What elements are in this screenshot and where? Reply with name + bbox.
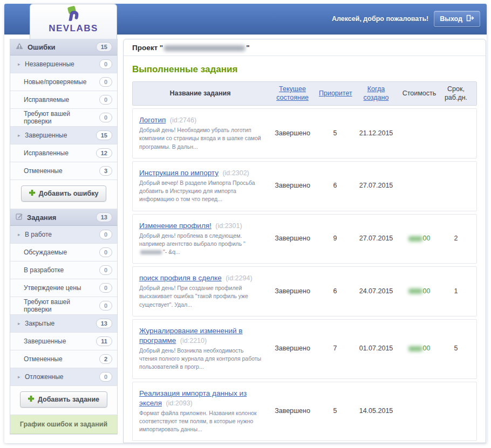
logout-button-label: Выход <box>440 15 462 23</box>
priority-cell: 9 <box>317 235 353 242</box>
sidebar-item[interactable]: Отмененные2 <box>10 350 117 368</box>
task-title-line: Изменение профиля! (id:2301) <box>139 220 262 230</box>
redacted-text <box>140 250 162 254</box>
column-header: Приоритет <box>317 88 353 99</box>
sidebar-section-errors[interactable]: Ошибки15 <box>10 39 117 56</box>
term-cell: 5 <box>439 344 473 352</box>
sidebar-item[interactable]: ▸Закрытые13 <box>10 315 117 333</box>
plus-icon <box>28 396 34 403</box>
tasks-icon <box>16 213 23 222</box>
status-cell: Завершено <box>268 287 317 295</box>
sidebar-item[interactable]: ▸Отложенные0 <box>10 368 117 386</box>
term-cell: 1 <box>439 287 473 295</box>
sidebar-item[interactable]: ▸Завершенные15 <box>10 127 117 144</box>
task-title-line: Журналирование изменений в программе (id… <box>139 326 262 345</box>
sidebar-item[interactable]: Утверждение цены0 <box>10 279 117 297</box>
sidebar-item-label: Отмененные <box>24 167 63 175</box>
sidebar-item-label: Отложенные <box>25 373 64 381</box>
task-id: (id:2301) <box>214 222 242 230</box>
main-panel: Проект "" Выполненные задания Название з… <box>123 39 486 443</box>
item-count-badge: 0 <box>99 283 112 293</box>
sort-link[interactable]: Приоритет <box>319 89 352 97</box>
date-created-cell: 14.05.2015 <box>353 407 399 415</box>
chevron-right-icon: ▸ <box>18 133 22 138</box>
sidebar-item[interactable]: Требуют вашей проверки0 <box>10 109 117 127</box>
sidebar-item-label: Новые/проверяемые <box>24 78 86 86</box>
sidebar-item[interactable]: Завершенные11 <box>10 333 117 350</box>
plus-icon <box>29 190 35 197</box>
sidebar-item-label: В работе <box>25 231 52 238</box>
status-cell: Завершено <box>268 407 317 415</box>
priority-cell: 7 <box>317 344 353 352</box>
sidebar-item[interactable]: Новые/проверяемые0 <box>10 73 117 91</box>
sidebar-item[interactable]: В разработке0 <box>10 261 117 279</box>
welcome-message: Алексей, добро пожаловать! <box>332 15 428 23</box>
task-id: (id:2302) <box>221 169 249 177</box>
sidebar-section-tasks[interactable]: Задания13 <box>10 209 117 226</box>
section-label: Задания <box>27 213 56 222</box>
sidebar-item[interactable]: Отмененные3 <box>10 162 117 180</box>
item-count-badge: 0 <box>99 265 112 275</box>
top-header-bar: NEVLABS Алексей, добро пожаловать! Выход <box>4 4 487 35</box>
add-button-label: Добавить ошибку <box>39 190 99 197</box>
item-count-badge: 2 <box>99 354 112 364</box>
priority-cell: 5 <box>317 129 353 137</box>
task-title-link[interactable]: Изменение профиля! <box>139 222 212 230</box>
sidebar-item[interactable]: Исправленные12 <box>10 144 117 162</box>
table-row: Инструкция по импорту (id:2302)Добрый ве… <box>132 161 477 211</box>
chevron-right-icon: ▸ <box>18 321 22 326</box>
sidebar-item-label: Незавершенные <box>25 60 74 68</box>
sidebar-item-label: Завершенные <box>24 337 66 345</box>
task-title-link[interactable]: Логотип <box>139 116 166 124</box>
add-error-button[interactable]: Добавить ошибку <box>21 185 107 202</box>
task-title-line: Логотип (id:2746) <box>139 115 262 125</box>
section-label: Ошибки <box>28 43 55 51</box>
nevlabs-logo-icon <box>64 6 83 24</box>
item-count-badge: 0 <box>99 59 112 69</box>
item-count-badge: 11 <box>96 336 112 346</box>
add-task-button[interactable]: Добавить задание <box>20 391 107 408</box>
sidebar-item[interactable]: ▸Незавершенные0 <box>10 56 117 73</box>
chevron-right-icon: ▸ <box>18 374 22 380</box>
status-cell: Завершено <box>268 344 317 352</box>
sort-link[interactable]: Когда создано <box>364 85 389 101</box>
sidebar-item-label: Исправленные <box>24 149 69 157</box>
task-description: Формат файла приложен. Названия колонок … <box>139 409 262 434</box>
date-created-cell: 27.07.2015 <box>353 182 399 189</box>
item-count-badge: 12 <box>96 148 112 158</box>
column-header: Когда создано <box>353 84 399 103</box>
sidebar-item-label: Отмененные <box>24 355 63 363</box>
item-count-badge: 0 <box>99 301 112 311</box>
priority-cell: 5 <box>317 407 353 415</box>
section-count-badge: 15 <box>96 42 112 52</box>
column-header: Срок, раб.дн. <box>439 84 473 103</box>
table-row: Логотип (id:2746)Добрый день! Необходимо… <box>132 108 477 158</box>
task-title-link[interactable]: Инструкция по импорту <box>139 169 219 177</box>
task-description: Добрый день! Возникла необходимость чтен… <box>139 347 262 371</box>
sidebar-item[interactable]: Обсуждаемые0 <box>10 244 117 261</box>
task-title-link[interactable]: Реализация импорта данных из экселя <box>139 389 247 407</box>
task-title-link[interactable]: поиск профиля в сделке <box>139 274 222 282</box>
sort-link[interactable]: Текущее состояние <box>276 85 309 101</box>
sidebar-item-label: В разработке <box>24 266 64 274</box>
task-name-cell: поиск профиля в сделке (id:2294)Добрый д… <box>133 273 268 309</box>
sidebar-item[interactable]: Требуют вашей проверки0 <box>10 297 117 315</box>
header-user-area: Алексей, добро пожаловать! Выход <box>332 11 480 27</box>
chevron-right-icon: ▸ <box>18 61 22 67</box>
redacted-cost <box>408 346 422 351</box>
cost-cell: 00 <box>399 287 439 295</box>
sidebar-item-label: Утверждение цены <box>24 284 81 292</box>
date-created-cell: 21.12.2015 <box>353 129 399 137</box>
item-count-badge: 0 <box>99 247 112 257</box>
priority-cell: 6 <box>317 182 353 189</box>
table-body: Логотип (id:2746)Добрый день! Необходимо… <box>132 108 477 443</box>
logo[interactable]: NEVLABS <box>30 4 117 39</box>
table-row: Реализация импорта данных из экселя (id:… <box>132 382 477 442</box>
cost-cell: 00 <box>399 235 439 242</box>
table-row: Журналирование изменений в программе (id… <box>132 319 477 379</box>
sidebar-item[interactable]: ▸В работе0 <box>10 226 117 244</box>
sidebar-item[interactable]: Исправляемые0 <box>10 91 117 109</box>
task-name-cell: Реализация импорта данных из экселя (id:… <box>133 388 268 434</box>
chart-of-errors-and-tasks-link[interactable]: График ошибок и заданий <box>10 415 117 434</box>
logout-button[interactable]: Выход <box>434 11 480 27</box>
